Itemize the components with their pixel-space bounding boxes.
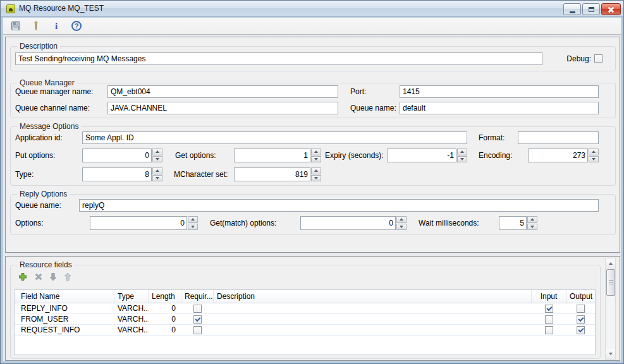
- cell-field-name: FROM_USER: [15, 314, 114, 324]
- queue-channel-name-input[interactable]: [107, 102, 338, 114]
- cell-required: [181, 314, 214, 324]
- spin-down-button[interactable]: [527, 224, 537, 231]
- delete-field-button[interactable]: [33, 271, 44, 282]
- save-icon: [11, 21, 21, 31]
- table-row[interactable]: REPLY_INFO VARCH... 0: [15, 303, 595, 314]
- input-checkbox[interactable]: [545, 326, 553, 334]
- window-controls: [563, 3, 621, 15]
- required-checkbox[interactable]: [193, 326, 202, 334]
- pin-button[interactable]: [28, 19, 44, 33]
- column-header-description[interactable]: Description: [214, 290, 532, 303]
- help-icon: ?: [71, 21, 82, 31]
- move-down-button[interactable]: [47, 271, 59, 282]
- resource-fields-panel: Resource fields: [5, 256, 620, 361]
- scroll-down-button[interactable]: [606, 349, 615, 359]
- titlebar[interactable]: MQ Resource MQ_TEST: [1, 1, 623, 17]
- port-input[interactable]: [400, 85, 599, 98]
- column-header-field-name[interactable]: Field Name: [15, 290, 114, 303]
- add-field-button[interactable]: [17, 271, 28, 282]
- description-input[interactable]: [15, 52, 542, 65]
- maximize-button[interactable]: [582, 3, 600, 15]
- move-up-button[interactable]: [62, 271, 73, 282]
- spin-up-button[interactable]: [396, 216, 407, 223]
- resource-table-rows: REPLY_INFO VARCH... 0 FROM_USER VARCH...…: [15, 303, 595, 336]
- window-title: MQ Resource MQ_TEST: [19, 1, 104, 16]
- mcharacter-set-value[interactable]: 819: [234, 167, 310, 181]
- save-button[interactable]: [8, 19, 23, 33]
- column-header-type[interactable]: Type: [114, 290, 149, 303]
- pin-icon: [31, 21, 41, 31]
- get-match-options-value[interactable]: 0: [300, 216, 396, 230]
- queue-name-label: Queue name:: [350, 102, 396, 114]
- type-value[interactable]: 8: [82, 167, 152, 181]
- add-icon: [18, 272, 28, 282]
- input-checkbox[interactable]: [545, 305, 553, 313]
- spin-down-button[interactable]: [396, 224, 407, 231]
- output-checkbox[interactable]: [577, 315, 585, 324]
- spin-down-button[interactable]: [188, 224, 198, 231]
- table-row[interactable]: REQUEST_INFO VARCH... 0: [15, 325, 595, 336]
- spin-down-button[interactable]: [152, 175, 162, 182]
- get-options-label: Get options:: [175, 149, 216, 162]
- spin-up-button[interactable]: [311, 167, 321, 174]
- queue-manager-name-input[interactable]: [107, 85, 338, 98]
- vertical-scrollbar[interactable]: [605, 258, 616, 360]
- put-options-value[interactable]: 0: [82, 149, 152, 162]
- cell-input: [532, 303, 566, 313]
- spin-up-button[interactable]: [589, 149, 599, 155]
- input-checkbox[interactable]: [545, 315, 553, 324]
- close-button[interactable]: [601, 3, 621, 15]
- format-input[interactable]: [518, 131, 599, 144]
- cell-output: [566, 303, 595, 313]
- put-options-spinner: 0: [82, 149, 162, 162]
- port-label: Port:: [350, 85, 366, 98]
- wait-milliseconds-label: Wait milliseconds:: [419, 216, 479, 230]
- wait-milliseconds-value[interactable]: 5: [499, 216, 527, 230]
- help-button[interactable]: ?: [69, 19, 84, 33]
- expiry-seconds-value[interactable]: -1: [387, 149, 456, 162]
- output-checkbox[interactable]: [577, 326, 585, 334]
- queue-name-input[interactable]: [400, 102, 599, 114]
- cell-description: [214, 314, 532, 324]
- spin-up-button[interactable]: [152, 167, 162, 174]
- spin-up-button[interactable]: [311, 149, 321, 155]
- spin-down-button[interactable]: [457, 156, 467, 163]
- cell-length: 0: [149, 303, 181, 313]
- reply-queue-name-input[interactable]: [79, 199, 599, 212]
- encoding-value[interactable]: 273: [528, 149, 588, 162]
- table-row[interactable]: FROM_USER VARCH... 0: [15, 314, 595, 325]
- spin-up-button[interactable]: [457, 149, 467, 155]
- column-header-input[interactable]: Input: [532, 290, 566, 303]
- queue-manager-name-label: Queue manager name:: [15, 85, 93, 98]
- debug-label: Debug:: [556, 52, 591, 65]
- spin-down-button[interactable]: [589, 156, 599, 163]
- column-header-length[interactable]: Length: [149, 290, 181, 303]
- cell-description: [214, 303, 532, 313]
- spin-up-button[interactable]: [152, 149, 162, 155]
- get-match-options-label: Get(match) options:: [210, 216, 276, 230]
- spin-down-button[interactable]: [311, 156, 321, 163]
- cell-length: 0: [149, 314, 181, 324]
- scrollbar-thumb[interactable]: [606, 269, 615, 296]
- spin-up-button[interactable]: [188, 216, 198, 223]
- spin-down-button[interactable]: [152, 156, 162, 163]
- application-id-input[interactable]: [82, 131, 467, 144]
- output-checkbox[interactable]: [577, 305, 585, 313]
- info-button[interactable]: i: [49, 19, 64, 33]
- expiry-seconds-label: Expiry (seconds):: [325, 149, 384, 162]
- minimize-button[interactable]: [563, 3, 581, 15]
- expiry-seconds-spinner: -1: [387, 149, 467, 162]
- cell-description: [214, 325, 532, 335]
- column-header-output[interactable]: Output: [566, 290, 595, 303]
- spin-up-button[interactable]: [527, 216, 537, 223]
- scroll-up-button[interactable]: [606, 258, 615, 269]
- reply-options-value[interactable]: 0: [90, 216, 187, 230]
- debug-checkbox[interactable]: [594, 54, 603, 63]
- required-checkbox[interactable]: [193, 315, 202, 324]
- column-header-required[interactable]: Requir...: [181, 290, 214, 303]
- reply-options-spinner: 0: [90, 216, 198, 230]
- get-options-value[interactable]: 1: [234, 149, 310, 162]
- required-checkbox[interactable]: [193, 305, 202, 313]
- reply-options-group-label: Reply Options: [17, 190, 70, 198]
- spin-down-button[interactable]: [311, 175, 321, 182]
